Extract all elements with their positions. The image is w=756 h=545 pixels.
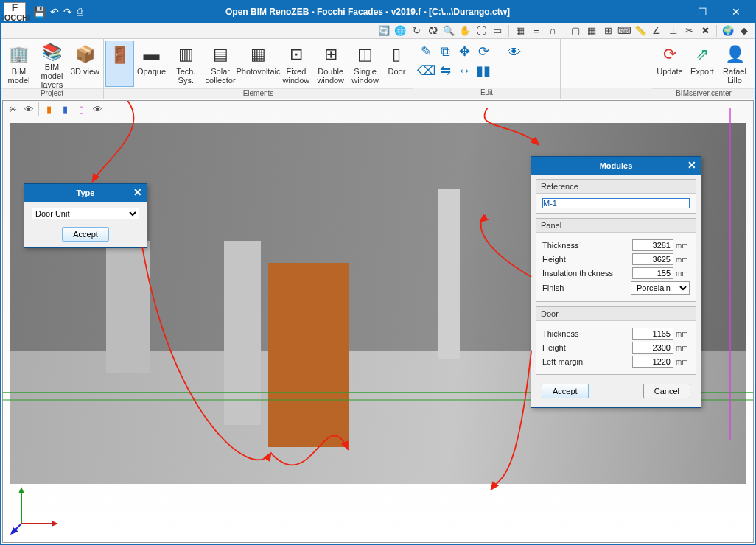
panel-thickness-input[interactable] [632,239,673,251]
user-button[interactable]: 👤Rafael Lillo [718,41,751,87]
solar-button[interactable]: ▤Solar collector [203,41,238,87]
pv-button[interactable]: ▦Photovoltaic [238,41,279,87]
door-thickness-input[interactable] [632,328,673,340]
erase-icon[interactable]: ⌫ [416,61,435,80]
rotate-icon[interactable]: ↻ [410,24,423,38]
maximize-button[interactable]: ☐ [686,1,719,23]
panel-group: Panel Thicknessmm Heightmm Insulation th… [536,218,696,302]
pan-icon[interactable]: ✋ [458,24,472,38]
ribbon-group-edit: ✎ ⧉ ✥ ⟳ ⌫ ⇋ ↔ ▮▮ 👁 Edit [413,39,561,99]
save-icon[interactable]: 💾 [33,6,46,18]
bim-model-button[interactable]: 🏢BIM model [2,41,35,87]
cancel-button[interactable]: Cancel [643,384,690,398]
close-icon[interactable]: ✕ [687,159,696,171]
panel-finish-select[interactable]: Porcelain [631,281,690,295]
panel-height-input[interactable] [632,253,673,265]
refresh-icon[interactable]: 🗘 [426,24,439,38]
info-icon[interactable]: ◆ [738,24,751,38]
export-button[interactable]: ⇗Export [686,41,718,87]
3d-view-button[interactable]: 📦3D view [69,41,102,87]
quick-access-toolbar: 💾 ↶ ↷ ⎙ [33,6,83,18]
redo-icon[interactable]: ↷ [63,6,72,18]
minimize-button[interactable]: — [653,1,686,23]
keyboard-icon[interactable]: ⌨ [617,24,631,38]
double-window-button[interactable]: ⊞Double window [313,41,348,87]
tools-icon[interactable]: ✖ [699,24,712,38]
ribbon-group-elements: 🚪 ▬Opaque ▥Tech. Sys. ▤Solar collector ▦… [104,39,413,99]
close-icon[interactable]: ✕ [133,186,142,198]
bim-layers-button[interactable]: 📚BIM model layers [35,41,69,87]
ribbon-spacer [561,39,652,99]
module-button[interactable]: 🚪 [105,41,134,87]
update-button[interactable]: ⟳Update [654,41,686,87]
zoom-icon[interactable]: 🔍 [442,24,455,38]
reference-input[interactable] [542,198,690,208]
window-title: Open BIM RenoZEB - Focchi Facades - v201… [83,7,653,17]
reference-group: Reference [536,179,696,214]
dimension-icon[interactable]: ↔ [455,61,474,80]
close-button[interactable]: ✕ [719,1,752,23]
array-icon[interactable]: ▮▮ [474,61,493,80]
panel-insulation-input[interactable] [632,267,673,279]
door-height-input[interactable] [632,342,673,354]
copy-icon[interactable]: ⧉ [435,42,455,61]
tech-sys-button[interactable]: ▥Tech. Sys. [169,41,203,87]
door-left-input[interactable] [632,356,673,368]
accept-button[interactable]: Accept [542,384,589,398]
view-eye-icon[interactable]: 👁 [22,102,35,116]
type-select[interactable]: Door Unit [32,208,139,219]
move-icon[interactable]: ✥ [455,42,474,61]
perp-icon[interactable]: ⊥ [666,24,679,38]
svg-marker-1 [18,487,24,493]
hide-eye-icon[interactable]: 👁 [91,102,104,116]
modules-dialog: Modules✕ Reference Panel Thicknessmm Hei… [531,156,701,408]
fit-icon[interactable]: ⛶ [475,24,488,38]
orange-box-icon[interactable]: ▮ [42,102,55,116]
undo-icon[interactable]: ↶ [50,6,59,18]
app-logo: FFOCCHI [4,2,26,21]
window-zoom-icon[interactable]: ▭ [491,24,504,38]
rotate-edit-icon[interactable]: ⟳ [474,42,493,61]
single-window-button[interactable]: ◫Single window [348,41,382,87]
grid2-icon[interactable]: ⊞ [601,24,615,38]
mirror-icon[interactable]: ⇋ [435,61,455,80]
angle-icon[interactable]: ∠ [650,24,663,38]
snap-icon[interactable]: ∩ [546,24,559,38]
fixed-window-button[interactable]: ⊡Fixed window [279,41,314,87]
scissors-icon[interactable]: ✂ [682,24,696,38]
print-icon[interactable]: ⎙ [77,6,83,18]
axis-icon[interactable]: ✳ [6,102,19,116]
blue-box-icon[interactable]: ▮ [58,102,71,116]
edit-pencil-icon[interactable]: ✎ [416,42,435,61]
orbit-icon[interactable]: 🔄 [377,24,391,38]
grid-icon[interactable]: ▦ [585,24,598,38]
3d-viewport[interactable]: ✳ 👁 ▮ ▮ ▯ 👁 Type✕ Door U [2,100,754,543]
door-group: Door Thicknessmm Heightmm Left marginmm [536,306,696,375]
levels-icon[interactable]: ≡ [530,24,543,38]
door-button[interactable]: ▯Door [382,41,411,87]
measure-icon[interactable]: 📏 [634,24,647,38]
axis-gizmo [10,483,62,535]
opaque-button[interactable]: ▬Opaque [134,41,169,87]
view-toolbar: 🔄 🌐 ↻ 🗘 🔍 ✋ ⛶ ▭ ▦ ≡ ∩ ▢ ▦ ⊞ ⌨ 📏 ∠ ⊥ ✂ ✖ … [1,23,755,39]
type-dialog: Type✕ Door Unit Accept [24,183,147,248]
door-preview [268,263,349,447]
globe-icon[interactable]: 🌐 [393,24,407,38]
eye-icon[interactable]: 👁 [503,42,526,63]
viewport-toolbar: ✳ 👁 ▮ ▮ ▯ 👁 [6,102,104,116]
svg-marker-3 [52,521,58,527]
accept-button[interactable]: Accept [62,227,109,242]
projection-icon[interactable]: ▢ [569,24,582,38]
title-bar: FFOCCHI 💾 ↶ ↷ ⎙ Open BIM RenoZEB - Focch… [1,1,755,23]
modules-dialog-title[interactable]: Modules✕ [531,157,701,175]
help-icon[interactable]: 🌍 [721,24,735,38]
ribbon-group-center: ⟳Update ⇗Export 👤Rafael Lillo BIMserver.… [652,39,755,99]
type-dialog-title[interactable]: Type✕ [24,184,147,202]
window-controls: — ☐ ✕ [653,1,752,23]
ribbon-group-project: 🏢BIM model 📚BIM model layers 📦3D view Pr… [1,39,104,99]
ribbon: 🏢BIM model 📚BIM model layers 📦3D view Pr… [1,39,755,99]
layers-icon[interactable]: ▦ [514,24,527,38]
pink-box-icon[interactable]: ▯ [74,102,88,116]
